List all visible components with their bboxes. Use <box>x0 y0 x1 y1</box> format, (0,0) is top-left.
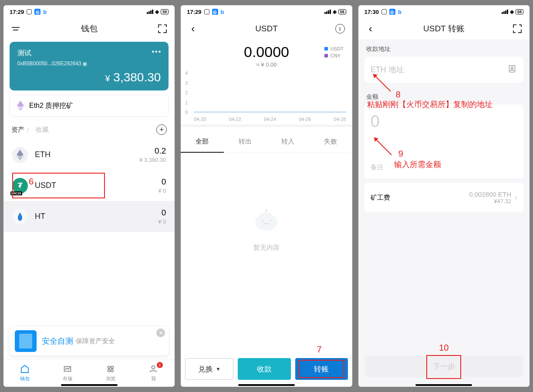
legend-usdt-color <box>324 47 328 50</box>
fee-label: 矿工费 <box>371 194 390 202</box>
back-icon[interactable]: ‹ <box>187 23 199 35</box>
send-button[interactable]: 转账 <box>295 358 348 380</box>
menu-icon[interactable] <box>10 23 22 35</box>
asset-fiat: ¥ 0 <box>158 218 166 225</box>
tab-assets[interactable]: 资产 <box>11 126 24 134</box>
back-icon[interactable]: ‹ <box>364 23 377 35</box>
banner-title: 安全自测 <box>42 336 73 346</box>
svg-marker-4 <box>21 365 29 373</box>
svg-point-10 <box>152 366 155 369</box>
status-time: 17:30 <box>364 9 379 15</box>
remark-placeholder[interactable]: 备注 <box>371 163 384 171</box>
tab-wallet[interactable]: 钱包 <box>3 359 46 387</box>
home-indicator[interactable] <box>61 384 118 386</box>
chart-x-axis: 04-2004-2204-2404-2604-28 <box>194 117 346 122</box>
wallet-address: 0xB5B00050...026E282643 <box>17 60 81 67</box>
info-icon[interactable]: i <box>334 23 346 35</box>
divider <box>181 153 352 153</box>
exchange-button[interactable]: 兑换▼ <box>185 358 233 380</box>
status-app-icon-a: ◎ <box>212 9 218 15</box>
security-banner[interactable]: 安全自测 保障资产安全 ✕ <box>10 327 169 355</box>
asset-fiat: ¥ 3,380.30 <box>139 157 166 163</box>
status-bar: 17:30 ◎ b ◈ 58 <box>358 5 530 18</box>
empty-text: 暂无内容 <box>253 244 280 252</box>
tx-tab-fail[interactable]: 失败 <box>309 131 352 153</box>
status-recording-icon <box>381 9 387 14</box>
page-title: 钱包 <box>3 23 175 34</box>
close-icon[interactable]: ✕ <box>156 328 165 337</box>
home-indicator[interactable] <box>415 384 472 386</box>
tx-tab-in[interactable]: 转入 <box>266 131 309 153</box>
scan-icon[interactable] <box>511 23 523 35</box>
wallet-card[interactable]: 测试 0xB5B00050...026E282643 ▦ ••• ¥ 3,380… <box>10 42 169 90</box>
eth2-staking-row[interactable]: Eth2 质押挖矿 <box>10 95 169 117</box>
home-indicator[interactable] <box>238 384 295 386</box>
nav-bar: 钱包 <box>3 18 175 39</box>
banner-icon <box>15 330 37 352</box>
svg-marker-2 <box>17 150 24 157</box>
empty-illustration <box>249 205 284 236</box>
nav-bar: ‹ USDT i <box>181 18 352 39</box>
status-time: 17:29 <box>187 9 201 15</box>
status-app-icon-a: ◎ <box>389 9 395 15</box>
tab-favorites[interactable]: 收藏 <box>36 126 49 134</box>
status-bar: 17:29 ◎ b ◈ 58 <box>3 5 175 18</box>
eth-icon <box>17 101 24 111</box>
status-recording-icon <box>27 9 32 14</box>
staking-label: Eth2 质押挖矿 <box>29 101 73 111</box>
address-section-label: 收款地址 <box>358 39 530 57</box>
status-recording-icon <box>204 9 209 14</box>
tab-browse[interactable]: 浏览 <box>89 359 132 387</box>
miner-fee-row[interactable]: 矿工费 0.002800 ETH ¥47.32 › <box>364 183 523 212</box>
status-app-icon-b: b <box>43 9 47 15</box>
signal-icon <box>324 10 331 14</box>
chevron-down-icon: ▼ <box>216 366 220 372</box>
legend-cny-color <box>324 54 328 57</box>
phone-wallet-screen: 17:29 ◎ b ◈ 58 钱包 测试 0xB5B00050...026E28… <box>3 5 175 387</box>
signal-icon <box>502 10 508 14</box>
asset-row-ht[interactable]: HT 0 ¥ 0 <box>3 201 175 232</box>
tx-tab-out[interactable]: 转出 <box>224 131 266 153</box>
signal-icon <box>147 10 153 14</box>
asset-fiat: ¥ 0 <box>158 188 166 194</box>
phone-transfer-screen: 17:30 ◎ b ◈ 58 ‹ USDT 转账 收款地址 ETH 地址 <box>358 5 530 387</box>
amount-input[interactable]: 0 备注 <box>364 104 523 178</box>
status-bar: 17:29 ◎ b ◈ 58 <box>181 5 352 18</box>
action-bar: 兑换▼ 收款 转账 <box>185 358 347 380</box>
qr-mini-icon[interactable]: ▦ <box>83 61 87 66</box>
asset-section-header: 资产 / 收藏 + <box>3 123 175 139</box>
status-app-icon-a: ◎ <box>34 9 40 15</box>
wifi-icon: ◈ <box>510 9 514 15</box>
next-button[interactable]: 下一步 <box>364 355 523 377</box>
svg-rect-13 <box>509 66 515 72</box>
chart-data-line <box>194 112 346 112</box>
status-time: 17:29 <box>10 9 24 15</box>
asset-amount: 0.2 <box>139 146 166 156</box>
chevron-right-icon: › <box>515 193 517 202</box>
asset-row-usdt[interactable]: ₮ERC20 USDT 0 ¥ 0 <box>3 170 175 201</box>
address-input[interactable]: ETH 地址 <box>364 57 523 83</box>
contact-icon[interactable] <box>508 64 516 75</box>
tab-me[interactable]: 我 1 <box>132 359 175 387</box>
chart-y-axis: 43210 <box>185 70 188 115</box>
battery-icon: 58 <box>161 9 169 14</box>
eth-asset-icon <box>12 147 28 163</box>
svg-point-6 <box>108 366 110 369</box>
phone-usdt-detail-screen: 17:29 ◎ b ◈ 58 ‹ USDT i 0.0000 ≈ ¥ 0.00 … <box>181 5 352 387</box>
asset-row-eth[interactable]: ETH 0.2 ¥ 3,380.30 <box>3 139 175 170</box>
status-app-icon-b: b <box>398 9 401 15</box>
page-title: USDT 转账 <box>358 23 530 34</box>
divider <box>181 124 352 127</box>
asset-amount: 0 <box>158 208 166 218</box>
tab-market[interactable]: 市场 <box>46 359 89 387</box>
chart-legend: USDT CNY <box>324 46 344 60</box>
wifi-icon: ◈ <box>155 9 159 15</box>
wallet-menu-icon[interactable]: ••• <box>152 48 162 56</box>
balance-fiat: ≈ ¥ 0.00 <box>181 61 352 68</box>
scan-icon[interactable] <box>156 23 169 35</box>
add-asset-icon[interactable]: + <box>156 124 167 135</box>
receive-button[interactable]: 收款 <box>238 358 290 380</box>
tx-tab-all[interactable]: 全部 <box>181 131 223 153</box>
asset-symbol: ETH <box>35 150 51 159</box>
notification-badge: 1 <box>157 362 163 368</box>
